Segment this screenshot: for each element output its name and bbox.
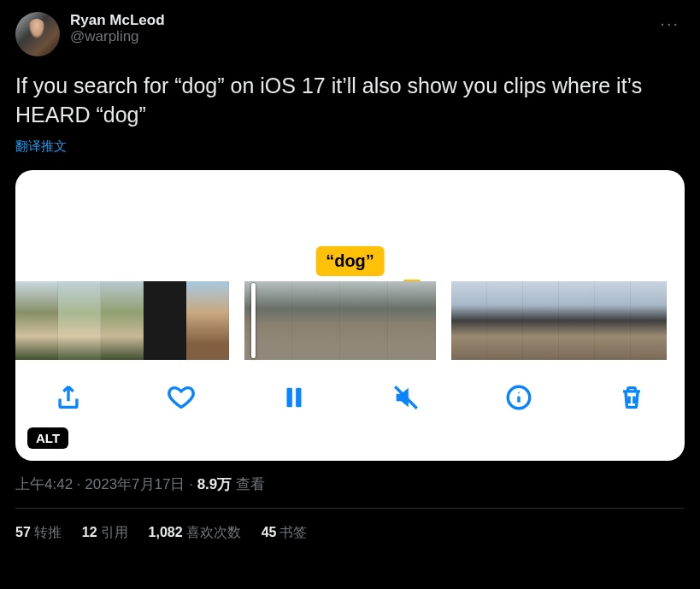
display-name: Ryan McLeod xyxy=(70,12,165,29)
translate-link[interactable]: 翻译推文 xyxy=(15,138,685,155)
clip-thumb[interactable] xyxy=(595,281,631,360)
clip-thumb[interactable] xyxy=(58,281,101,360)
like-button[interactable] xyxy=(164,380,198,415)
author-block[interactable]: Ryan McLeod @warpling xyxy=(70,12,165,45)
likes-stat[interactable]: 1,082喜欢次数 xyxy=(149,524,241,542)
clip-thumb[interactable] xyxy=(292,281,340,360)
svg-rect-0 xyxy=(286,387,291,407)
share-icon xyxy=(54,383,83,412)
clip-group[interactable] xyxy=(451,281,667,360)
mute-icon xyxy=(391,383,421,412)
info-icon xyxy=(504,383,533,412)
tweet-meta: 上午4:42 · 2023年7月17日 · 8.9万 查看 xyxy=(15,474,685,494)
clip-thumb[interactable] xyxy=(101,281,144,360)
clip-thumb[interactable] xyxy=(388,281,436,360)
clip-thumb[interactable] xyxy=(15,281,58,360)
media-preview-area: “dog” xyxy=(15,170,685,281)
clip-thumb[interactable] xyxy=(559,281,595,360)
handle: @warpling xyxy=(70,28,165,45)
pause-button[interactable] xyxy=(277,380,311,415)
tweet: Ryan McLeod @warpling ··· If you search … xyxy=(0,0,700,542)
views-count: 8.9万 xyxy=(197,476,232,492)
more-button[interactable]: ··· xyxy=(655,12,685,35)
clip-thumb[interactable] xyxy=(631,281,667,360)
clip-thumb[interactable] xyxy=(340,281,388,360)
clip-group[interactable] xyxy=(15,281,229,360)
quotes-stat[interactable]: 12引用 xyxy=(82,524,128,542)
retweets-stat[interactable]: 57转推 xyxy=(15,524,62,542)
alt-badge[interactable]: ALT xyxy=(27,427,68,449)
views-label: 查看 xyxy=(232,476,265,492)
tweet-stats: 57转推 12引用 1,082喜欢次数 45书签 xyxy=(15,509,685,542)
avatar[interactable] xyxy=(15,12,60,56)
clip-thumb[interactable] xyxy=(523,281,559,360)
caption-tag: “dog” xyxy=(315,246,385,276)
clip-thumb[interactable] xyxy=(186,281,229,360)
pause-icon xyxy=(279,383,309,412)
clip-thumb[interactable] xyxy=(144,281,186,360)
svg-point-5 xyxy=(518,392,520,393)
bookmarks-stat[interactable]: 45书签 xyxy=(262,524,308,542)
video-timeline[interactable] xyxy=(15,281,685,360)
delete-button[interactable] xyxy=(615,380,649,415)
media-toolbar xyxy=(15,360,685,415)
heart-icon xyxy=(167,383,196,412)
playhead[interactable] xyxy=(251,283,256,358)
mute-button[interactable] xyxy=(389,380,423,415)
clip-thumb[interactable] xyxy=(451,281,487,360)
trash-icon xyxy=(617,383,646,412)
share-button[interactable] xyxy=(51,380,85,415)
clip-group[interactable] xyxy=(244,281,436,360)
date[interactable]: 2023年7月17日 xyxy=(85,476,185,492)
tweet-text: If you search for “dog” on iOS 17 it’ll … xyxy=(15,72,685,130)
svg-rect-1 xyxy=(296,387,301,407)
media-card[interactable]: “dog” xyxy=(15,170,685,461)
time[interactable]: 上午4:42 xyxy=(15,476,73,492)
clip-thumb[interactable] xyxy=(487,281,523,360)
tweet-header: Ryan McLeod @warpling ··· xyxy=(15,12,685,56)
info-button[interactable] xyxy=(502,380,536,415)
